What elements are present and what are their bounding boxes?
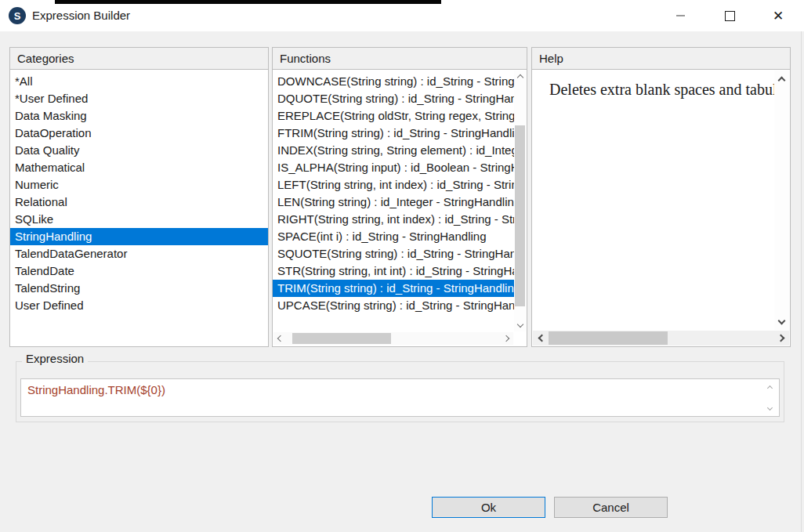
scroll-down-icon[interactable] (774, 314, 789, 327)
app-icon: S (9, 7, 26, 24)
functions-horizontal-scrollbar[interactable] (273, 332, 513, 345)
function-item[interactable]: DQUOTE(String string) : id_String - Stri… (273, 90, 514, 107)
category-item[interactable]: Data Masking (10, 107, 268, 125)
expression-editor[interactable]: StringHandling.TRIM(${0}) (20, 378, 780, 417)
scroll-left-icon[interactable] (275, 332, 286, 345)
function-item[interactable]: SQUOTE(String string) : id_String - Stri… (273, 245, 514, 262)
category-item[interactable]: TalendDataGenerator (10, 245, 268, 262)
help-header: Help (532, 48, 790, 70)
functions-list[interactable]: DOWNCASE(String string) : id_String - St… (273, 71, 514, 331)
function-item[interactable]: INDEX(String string, String element) : i… (273, 142, 514, 159)
function-item[interactable]: UPCASE(String string) : id_String - Stri… (273, 297, 514, 314)
scroll-up-icon[interactable] (774, 74, 789, 86)
function-item[interactable]: STR(String string, int int) : id_String … (273, 262, 514, 280)
scroll-left-icon[interactable] (535, 331, 548, 346)
category-item[interactable]: User Defined (10, 297, 268, 314)
scroll-right-icon[interactable] (501, 332, 512, 345)
scrollbar-thumb[interactable] (292, 333, 391, 344)
help-text: Deletes extra blank spaces and tabulatio… (532, 71, 774, 330)
function-item[interactable]: TRIM(String string) : id_String - String… (273, 280, 514, 297)
functions-header: Functions (273, 48, 527, 70)
expression-value[interactable]: StringHandling.TRIM(${0}) (27, 383, 760, 396)
close-icon: ✕ (773, 9, 784, 23)
minimize-button[interactable] (662, 0, 698, 31)
category-item[interactable]: Mathematical (10, 159, 268, 176)
functions-vertical-scrollbar[interactable] (514, 71, 526, 331)
category-item[interactable]: TalendDate (10, 262, 268, 280)
categories-panel: Categories *All*User DefinedData Masking… (9, 47, 269, 347)
help-horizontal-scrollbar[interactable] (533, 331, 789, 346)
maximize-button[interactable] (712, 0, 748, 31)
scroll-up-icon[interactable] (764, 384, 775, 392)
function-item[interactable]: LEFT(String string, int index) : id_Stri… (273, 176, 514, 194)
category-item[interactable]: StringHandling (10, 228, 268, 245)
background-window-edge (55, 0, 441, 4)
functions-panel: Functions DOWNCASE(String string) : id_S… (272, 47, 527, 347)
title-bar: S Expression Builder ✕ (0, 0, 804, 31)
function-item[interactable]: FTRIM(String string) : id_String - Strin… (273, 125, 514, 142)
function-item[interactable]: SPACE(int i) : id_String - StringHandlin… (273, 228, 514, 245)
function-item[interactable]: EREPLACE(String oldStr, String regex, St… (273, 107, 514, 125)
category-item[interactable]: SQLike (10, 211, 268, 228)
function-item[interactable]: RIGHT(String string, int index) : id_Str… (273, 211, 514, 228)
expression-label: Expression (22, 351, 88, 367)
category-item[interactable]: Relational (10, 194, 268, 211)
window-title: Expression Builder (32, 0, 130, 31)
category-item[interactable]: Numeric (10, 176, 268, 194)
scroll-down-icon[interactable] (514, 319, 526, 330)
maximize-icon (725, 11, 735, 21)
help-vertical-scrollbar[interactable] (774, 71, 789, 330)
function-item[interactable]: LEN(String string) : id_Integer - String… (273, 194, 514, 211)
help-panel: Help Deletes extra blank spaces and tabu… (531, 47, 791, 347)
categories-list[interactable]: *All*User DefinedData MaskingDataOperati… (10, 71, 268, 346)
category-item[interactable]: TalendString (10, 280, 268, 297)
scrollbar-thumb[interactable] (515, 125, 525, 306)
cancel-button[interactable]: Cancel (554, 497, 668, 518)
category-item[interactable]: Data Quality (10, 142, 268, 159)
scroll-down-icon[interactable] (764, 404, 775, 411)
scroll-right-icon[interactable] (774, 331, 787, 346)
category-item[interactable]: *All (10, 73, 268, 90)
scroll-up-icon[interactable] (514, 72, 526, 83)
categories-header: Categories (10, 48, 268, 70)
scrollbar-thumb[interactable] (549, 331, 668, 345)
function-item[interactable]: IS_ALPHA(String input) : id_Boolean - St… (273, 159, 514, 176)
category-item[interactable]: *User Defined (10, 90, 268, 107)
function-item[interactable]: DOWNCASE(String string) : id_String - St… (273, 73, 514, 90)
category-item[interactable]: DataOperation (10, 125, 268, 142)
minimize-icon (676, 15, 685, 16)
window-right-border (801, 31, 802, 532)
ok-button[interactable]: Ok (432, 497, 545, 518)
close-button[interactable]: ✕ (760, 0, 796, 31)
